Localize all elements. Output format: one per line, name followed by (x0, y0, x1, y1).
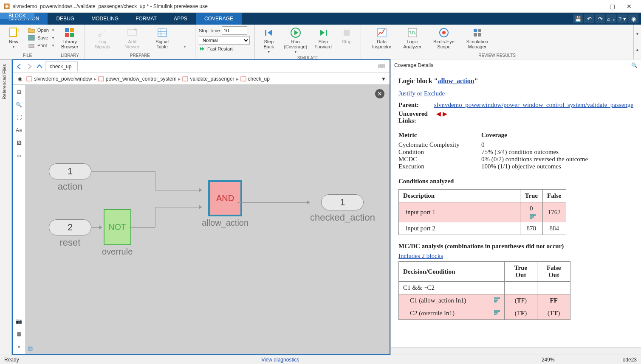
diagram-canvas[interactable]: ✕ 1 action 2 reset NOT overrule (25, 85, 390, 354)
sim-mode-select[interactable]: Normal (199, 36, 250, 45)
allow-action-link[interactable]: allow_action (438, 77, 474, 84)
tab-apps[interactable]: APPS (165, 13, 196, 25)
includes-blocks-link[interactable]: Includes 2 blocks (398, 252, 443, 259)
tab-debug[interactable]: DEBUG (48, 13, 83, 25)
filter-icon[interactable] (494, 310, 500, 315)
screenshot-icon[interactable]: 📷 (14, 316, 24, 326)
tab-format[interactable]: FORMAT (127, 13, 165, 25)
svg-rect-3 (28, 35, 34, 40)
breadcrumb-item-3[interactable]: check_up (240, 76, 270, 82)
image-icon[interactable]: 🖼 (14, 138, 24, 148)
svg-rect-32 (530, 214, 536, 216)
expand-dock-icon[interactable]: » (14, 342, 24, 351)
new-button[interactable]: + New ▼ (3, 26, 24, 50)
breadcrumb-home-icon[interactable]: ◉ (15, 74, 25, 84)
logic-analyzer-button[interactable]: Logic Analyzer (401, 26, 424, 50)
run-coverage-button[interactable]: Run (Coverage)▼ (281, 26, 310, 55)
breadcrumb-item-0[interactable]: slvnvdemo_powerwindow (26, 76, 92, 82)
inport-action[interactable]: 1 action (49, 163, 91, 192)
metric-name: Cyclomatic Complexity (398, 141, 481, 148)
uncovered-prev-icon[interactable]: ◀ (436, 111, 441, 117)
library-browser-button[interactable]: Library Browser (59, 26, 81, 50)
uncovered-next-icon[interactable]: ▶ (443, 111, 447, 117)
zoom-level[interactable]: 249% (542, 357, 555, 363)
nav-back-button[interactable] (14, 62, 24, 71)
filter-icon[interactable] (530, 214, 536, 219)
canvas-tab[interactable]: check_up (45, 62, 78, 71)
open-button[interactable]: Open▼ (25, 26, 57, 34)
tab-coverage[interactable]: COVERAGE (196, 13, 242, 25)
statusbar: Ready View diagnostics 249% ode23 (0, 355, 641, 364)
step-forward-button[interactable]: Step Forward (312, 26, 334, 50)
nav-forward-button[interactable] (25, 62, 34, 71)
save-icon[interactable]: 💾 (573, 14, 583, 23)
toolstrip-collapse-icon[interactable]: ▲ (635, 48, 639, 52)
wire (155, 171, 155, 190)
group-file-label: FILE (0, 52, 55, 59)
redo-icon[interactable]: ↷ (595, 14, 605, 23)
referenced-files-tab[interactable]: Referenced Files (0, 59, 11, 104)
stop-button[interactable]: Stop (336, 26, 357, 45)
close-overlay-icon[interactable]: ✕ (375, 89, 384, 98)
simulation-manager-button[interactable]: Simulation Manager (464, 26, 491, 50)
coverage-details-body[interactable]: Logic block "allow_action" Justify or Ex… (391, 71, 641, 347)
view-diagnostics-link[interactable]: View diagnostics (261, 357, 299, 363)
rect-icon[interactable]: ▭ (14, 151, 24, 160)
step-back-button[interactable]: Step Back▼ (259, 26, 279, 55)
add-viewer-button[interactable]: +Add Viewer (122, 26, 142, 50)
metric-value: 0% (0/2) conditions reversed the outcome (481, 156, 588, 163)
save-button[interactable]: Save▼ (25, 34, 57, 42)
svg-rect-36 (494, 300, 498, 301)
justify-exclude-link[interactable]: Justify or Exclude (398, 90, 445, 97)
log-signals-button[interactable]: Log Signals (92, 26, 113, 50)
help-icon[interactable]: ? ▾ (617, 14, 627, 23)
annotate-icon[interactable]: A≡ (14, 126, 24, 135)
undo-icon[interactable]: ↶ (584, 14, 594, 23)
breadcrumb-item-2[interactable]: validate_passenger (182, 76, 234, 82)
minimize-button[interactable]: – (587, 0, 604, 12)
solver-label[interactable]: ode23 (623, 357, 637, 363)
keyboard-icon[interactable]: ⌨ (378, 64, 385, 70)
tab-modeling[interactable]: MODELING (83, 13, 127, 25)
expand-icon[interactable]: ◉ (628, 14, 638, 23)
parent-link[interactable]: slvnvdemo_powerwindow/power_window_contr… (434, 101, 633, 108)
metric-value: 0 (481, 141, 485, 148)
print-button[interactable]: Print▼ (25, 42, 57, 49)
svg-text:+: + (16, 27, 19, 34)
fast-restart-icon (199, 46, 206, 52)
not-block[interactable]: NOT overrule (102, 209, 133, 257)
fast-restart-button[interactable]: Fast Restart (199, 46, 251, 52)
breadcrumb-item-1[interactable]: power_window_control_system (98, 76, 177, 82)
arrow-up-icon (36, 63, 43, 70)
arrow-left-icon (15, 63, 23, 70)
fit-icon[interactable]: ⛶ (14, 113, 24, 122)
search-icon[interactable]: ⌕ ▾ (606, 14, 616, 23)
filter-icon[interactable] (494, 297, 500, 302)
outline-icon[interactable]: ▦ (14, 329, 24, 339)
data-inspector-button[interactable]: Data Inspector (370, 26, 394, 50)
tab-block[interactable]: BLOCK (0, 13, 34, 19)
hide-browser-icon[interactable]: ⊟ (14, 87, 24, 97)
toolstrip-dropdown[interactable]: ▼ (635, 32, 639, 36)
canvas-tools: ⊟ 🔍 ⛶ A≡ 🖼 ▭ 📷 ▦ » (13, 85, 25, 354)
prepare-dropdown[interactable]: ▼ (182, 26, 188, 52)
signal-table-button[interactable]: Signal Table (152, 26, 172, 50)
maximize-button[interactable]: ▢ (604, 0, 621, 12)
svg-rect-12 (158, 29, 167, 36)
svg-rect-1 (10, 28, 17, 36)
hscrollbar[interactable] (391, 347, 641, 355)
inport-reset[interactable]: 2 reset (49, 219, 91, 248)
outport-checked-action[interactable]: 1 checked_action (310, 194, 375, 223)
stop-time-input[interactable] (222, 26, 247, 35)
close-button[interactable]: ✕ (621, 0, 638, 12)
birds-eye-scope-button[interactable]: Bird's-Eye Scope (431, 26, 457, 50)
breadcrumb-dropdown[interactable]: ▼ (380, 76, 387, 82)
magnify-icon[interactable]: 🔍 (631, 62, 638, 68)
svg-rect-8 (70, 33, 74, 37)
uncovered-links-label: Uncovered Links: (398, 110, 430, 124)
quick-access-toolbar: 💾 ↶ ↷ ⌕ ▾ ? ▾ ◉ (570, 13, 641, 25)
zoom-icon[interactable]: 🔍 (14, 100, 24, 109)
and-block[interactable]: AND allow_action (202, 180, 248, 228)
canvas-badge-icon[interactable]: ▤ (28, 345, 33, 351)
nav-up-button[interactable] (35, 62, 44, 71)
